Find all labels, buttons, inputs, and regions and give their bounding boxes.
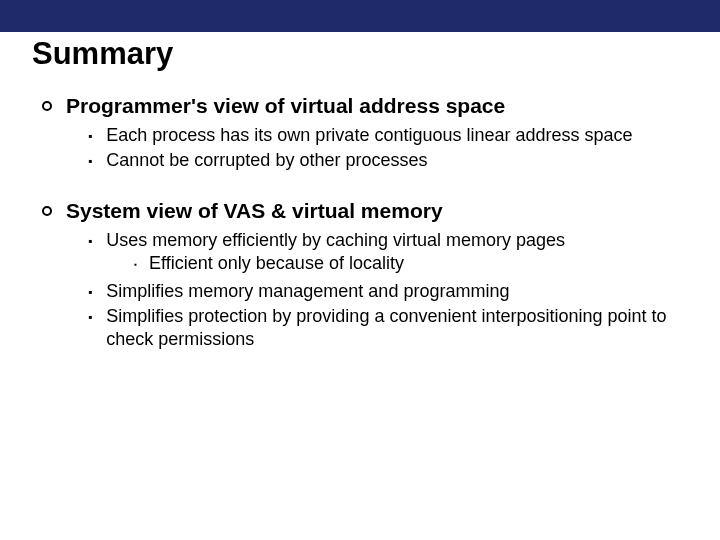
circle-bullet-icon [42, 101, 52, 111]
list-item: ▪ Each process has its own private conti… [88, 124, 688, 147]
square-bullet-icon: ▪ [88, 129, 92, 145]
item-text: Simplifies memory management and program… [106, 280, 688, 303]
sub-list: ▪ Each process has its own private conti… [88, 124, 688, 173]
item-block: Uses memory efficiently by caching virtu… [106, 229, 688, 278]
slide-content: Summary Programmer's view of virtual add… [0, 32, 720, 352]
list-item: ▪ Simplifies protection by providing a c… [88, 305, 688, 352]
section-head: Programmer's view of virtual address spa… [42, 94, 688, 118]
item-text: Cannot be corrupted by other processes [106, 149, 688, 172]
section-programmer-view: Programmer's view of virtual address spa… [32, 94, 688, 173]
item-text: Uses memory efficiently by caching virtu… [106, 230, 565, 250]
header-bar [0, 0, 720, 32]
list-item: ▪ Simplifies memory management and progr… [88, 280, 688, 303]
sub-list: ▪ Uses memory efficiently by caching vir… [88, 229, 688, 352]
square-bullet-icon: ▪ [88, 154, 92, 170]
square-bullet-icon: ▪ [88, 310, 92, 326]
item-text: Efficient only because of locality [149, 252, 688, 275]
subsub-list: ▪ Efficient only because of locality [134, 252, 688, 275]
circle-bullet-icon [42, 206, 52, 216]
small-square-bullet-icon: ▪ [134, 260, 137, 270]
item-text: Each process has its own private contigu… [106, 124, 688, 147]
square-bullet-icon: ▪ [88, 285, 92, 301]
slide-title: Summary [32, 36, 688, 72]
section-system-view: System view of VAS & virtual memory ▪ Us… [32, 199, 688, 352]
list-item: ▪ Uses memory efficiently by caching vir… [88, 229, 688, 278]
item-text: Simplifies protection by providing a con… [106, 305, 688, 352]
list-item: ▪ Cannot be corrupted by other processes [88, 149, 688, 172]
section-head: System view of VAS & virtual memory [42, 199, 688, 223]
list-item: ▪ Efficient only because of locality [134, 252, 688, 275]
section-heading: System view of VAS & virtual memory [66, 199, 443, 223]
square-bullet-icon: ▪ [88, 234, 92, 250]
section-heading: Programmer's view of virtual address spa… [66, 94, 505, 118]
